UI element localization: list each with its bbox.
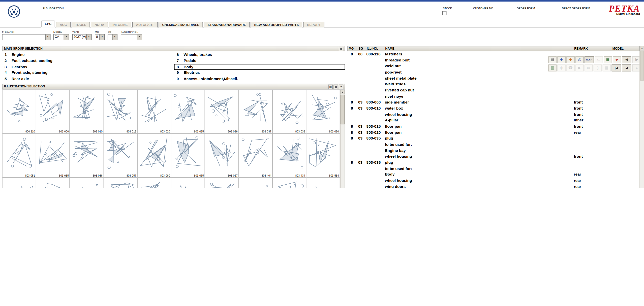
illustration-thumb-803-000[interactable]: 803-000 — [36, 90, 70, 134]
illustration-thumb-803-404[interactable]: 803-404 — [239, 134, 272, 178]
illustration-thumb-803-051[interactable]: 803-051 — [3, 134, 36, 178]
parts-row[interactable]: weld nut — [347, 63, 639, 70]
chevron-down-icon[interactable]: ▼ — [99, 35, 104, 40]
parts-row[interactable]: wheel housingrear — [347, 178, 639, 184]
mg-select[interactable]: 8 ▼ — [95, 34, 105, 40]
cell-remark — [574, 63, 611, 70]
parts-row[interactable]: wheel housingfront — [347, 112, 639, 118]
tab-nora[interactable]: NORA — [91, 22, 108, 27]
parts-row-803-036[interactable]: 803803-036plug — [347, 160, 639, 166]
illustration-thumb-803-035[interactable]: 803-035 — [171, 90, 205, 134]
parts-row[interactable]: rivetted cap nut — [347, 87, 639, 93]
tab-standard-hardware[interactable]: STANDARD HARDWARE — [204, 22, 250, 27]
expand-icon[interactable]: + — [339, 85, 343, 89]
tab-chemical-materials[interactable]: CHEMICAL MATERIALS — [159, 22, 203, 27]
parts-row[interactable]: wheel housingfront — [347, 154, 639, 160]
parts-row[interactable]: to be used for: — [347, 166, 639, 172]
chevron-down-icon[interactable]: ▼ — [64, 35, 69, 40]
chevron-down-icon[interactable]: ▼ — [137, 35, 142, 40]
fi-search-input[interactable]: ▼ — [2, 34, 50, 40]
illustration-thumb-803-037[interactable]: 803-037 — [239, 90, 272, 134]
illustration-thumb-803-434[interactable]: 803-434 — [272, 134, 306, 178]
parts-row-800-110[interactable]: 800800-110fasteners — [347, 51, 639, 57]
parts-row[interactable]: sheet metal plate — [347, 75, 639, 81]
illustration-thumb-803-065[interactable]: 803-065 — [171, 134, 205, 178]
parts-table-scrollbar[interactable]: ▲ ▼ — [639, 46, 644, 188]
illustration-thumb-803-056[interactable]: 803-056 — [70, 134, 104, 178]
main-group-item-6[interactable]: 6Wheels, brakes — [174, 52, 345, 58]
illustration-thumb-803-036[interactable]: 803-036 — [205, 90, 239, 134]
tab-report[interactable]: REPORT — [303, 22, 324, 27]
main-group-item-7[interactable]: 7Pedals — [174, 58, 345, 64]
illustration-thumb-803-585[interactable]: 803-585 — [3, 178, 36, 188]
illustration-thumb-803-020[interactable]: 803-020 — [138, 90, 171, 134]
parts-row[interactable]: pop-rivet — [347, 69, 639, 75]
tab-tools[interactable]: TOOLS — [71, 22, 90, 27]
chevron-down-icon[interactable]: ▼ — [45, 35, 50, 40]
illustration-thumb-804-054[interactable]: 804-054 — [239, 178, 272, 188]
illustration-thumb-803-050[interactable]: 803-050 — [306, 90, 340, 134]
year-select[interactable]: 2027 (V) ▼ — [72, 34, 92, 40]
illustration-thumb-804-000[interactable]: 804-000 — [36, 178, 70, 188]
scrollbar-thumb[interactable] — [341, 95, 345, 124]
cell-mg: 8 — [347, 106, 358, 112]
main-group-item-8[interactable]: 8Body — [174, 64, 345, 70]
tile-small-icon[interactable]: ▤ — [328, 85, 333, 89]
parts-row[interactable]: threaded bolt — [347, 57, 639, 63]
parts-row-803-015[interactable]: 803803-015floor panfront — [347, 124, 639, 130]
illustration-thumb-804-053[interactable]: 804-053 — [205, 178, 239, 188]
parts-row-803-035[interactable]: 803803-035plug — [347, 135, 639, 142]
illustration-select[interactable]: ▼ — [121, 34, 142, 40]
scroll-up-icon[interactable]: ▲ — [341, 90, 345, 94]
illustration-thumb-804-052[interactable]: 804-052 — [171, 178, 205, 188]
tab-acc[interactable]: ACC — [56, 22, 71, 27]
detach-icon[interactable]: ▣ — [339, 47, 343, 51]
cell-mg — [347, 142, 358, 148]
scrollbar-thumb[interactable] — [640, 51, 644, 80]
cell-model — [611, 81, 639, 87]
model-select[interactable]: CA ▼ — [53, 34, 69, 40]
illustration-thumb-804-010[interactable]: 804-010 — [70, 178, 104, 188]
main-group-item-2[interactable]: 2Fuel, exhaust, cooling — [2, 58, 174, 64]
tab-infoline[interactable]: INFOLINE — [109, 22, 131, 27]
parts-row[interactable]: Weld studs — [347, 81, 639, 87]
main-group-item-3[interactable]: 3Gearbox — [2, 64, 174, 70]
parts-row[interactable]: rivet noye — [347, 93, 639, 99]
illustration-thumb-803-584[interactable]: 803-584 — [306, 134, 340, 178]
chevron-down-icon[interactable]: ▼ — [86, 35, 91, 40]
illustration-thumb-803-060[interactable]: 803-060 — [138, 134, 171, 178]
parts-row[interactable]: Bodyrear — [347, 172, 639, 178]
illustration-scrollbar[interactable]: ▲ ▼ — [340, 90, 345, 188]
tab-new-and-dropped-parts[interactable]: NEW AND DROPPED PARTS — [251, 22, 302, 27]
main-group-item-0[interactable]: 0Access.,Infotainment,Miscell. — [174, 76, 345, 82]
illustration-thumb-804-030[interactable]: 804-030 — [104, 178, 138, 188]
parts-row-803-000[interactable]: 803803-000side memberfront — [347, 99, 639, 106]
tab-epc[interactable]: EPC — [41, 20, 55, 27]
tile-large-icon[interactable]: ▦ — [333, 85, 338, 89]
main-group-item-4[interactable]: 4Front axle, steering — [2, 70, 174, 76]
illustration-thumb-803-038[interactable]: 803-038 — [272, 90, 306, 134]
scroll-up-icon[interactable]: ▲ — [640, 46, 644, 51]
illustration-thumb-803-015[interactable]: 803-015 — [104, 90, 138, 134]
main-group-item-9[interactable]: 9Electrics — [174, 70, 345, 76]
parts-row[interactable]: to be used for: — [347, 142, 639, 148]
main-group-item-1[interactable]: 1Engine — [2, 52, 174, 58]
illustration-thumb-803-057[interactable]: 803-057 — [104, 134, 138, 178]
parts-row[interactable]: wing doorsrear — [347, 184, 639, 188]
main-group-item-5[interactable]: 5Rear axle — [2, 76, 174, 82]
illustration-thumb-800-110[interactable]: 800-110 — [3, 90, 36, 134]
illustration-thumb-803-067[interactable]: 803-067 — [205, 134, 239, 178]
illustration-thumb-804-055[interactable]: 804-055 — [272, 178, 306, 188]
stock-checkbox[interactable] — [442, 11, 446, 15]
chevron-down-icon[interactable]: ▼ — [112, 35, 117, 40]
parts-row[interactable]: Engine bay — [347, 148, 639, 154]
sg-select[interactable]: ▼ — [108, 34, 117, 40]
tab-autopart[interactable]: AUTOPART — [132, 22, 158, 27]
parts-row-803-010[interactable]: 803803-010water boxfront — [347, 106, 639, 112]
illustration-thumb-803-055[interactable]: 803-055 — [36, 134, 70, 178]
illustration-thumb-804-056[interactable]: 804-056 — [306, 178, 340, 188]
illustration-thumb-804-051[interactable]: 804-051 — [138, 178, 171, 188]
parts-row[interactable]: A-pillarinner — [347, 118, 639, 124]
illustration-thumb-803-010[interactable]: 803-010 — [70, 90, 104, 134]
parts-row-803-020[interactable]: 803803-020floor panrear — [347, 130, 639, 136]
